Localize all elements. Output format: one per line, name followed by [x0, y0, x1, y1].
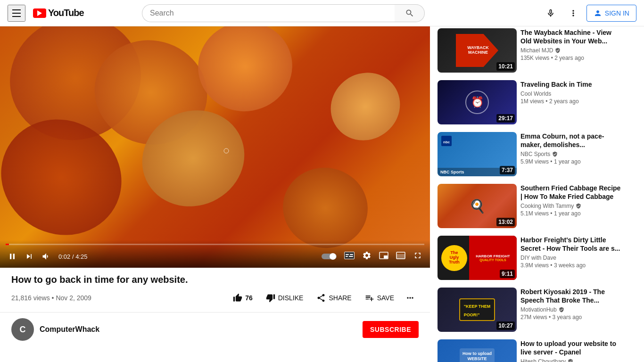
header-right: SIGN IN [541, 4, 636, 23]
list-item[interactable]: 🍳 13:02 Southern Fried Cabbage Recipe | … [436, 182, 625, 230]
channel-info: ComputerWhack [40, 325, 99, 334]
sidebar-video-info: How to upload your website to live serve… [520, 339, 623, 362]
thumbnail-container: NBC Sports nbc 7:37 [438, 132, 517, 176]
video-player[interactable]: 0:02 / 4:25 [0, 26, 430, 268]
share-button[interactable]: SHARE [311, 289, 357, 306]
sidebar-channel: Michael MJD [520, 47, 623, 54]
youtube-logo-text: YouTube [48, 8, 84, 18]
list-item[interactable]: NBC Sports nbc 7:37 Emma Coburn, not a p… [436, 130, 625, 178]
settings-icon [362, 251, 372, 260]
play-pause-button[interactable] [6, 250, 19, 263]
miniplayer-icon [379, 252, 388, 259]
volume-button[interactable] [40, 250, 53, 263]
sidebar-video-info: Traveling Back in Time Cool Worlds 1M vi… [520, 80, 623, 124]
sidebar-stats: 5.9M views • 1 year ago [520, 158, 623, 165]
sidebar-stats: 3.9M views • 3 weeks ago [520, 262, 623, 269]
header: YouTube SIGN IN [0, 0, 644, 26]
autoplay-toggle[interactable] [320, 250, 339, 263]
channel-avatar[interactable]: C [11, 318, 34, 341]
sidebar-stats: 5.1M views • 1 year ago [520, 210, 623, 217]
like-count: 76 [245, 294, 253, 302]
sidebar-stats: 27M views • 3 years ago [520, 314, 623, 321]
theater-mode-button[interactable] [394, 250, 407, 263]
next-button[interactable] [23, 250, 36, 263]
microphone-icon [546, 8, 555, 18]
search-button[interactable] [395, 4, 425, 22]
video-duration: 10:27 [496, 321, 515, 330]
search-icon [405, 8, 414, 18]
channel-row: C ComputerWhack SUBSCRIBE [0, 312, 430, 346]
video-duration: 13:02 [496, 218, 515, 226]
verified-icon [568, 359, 573, 362]
like-button[interactable]: 76 [227, 289, 258, 306]
list-item[interactable]: ⏰ 29:17 Traveling Back in Time Cool Worl… [436, 78, 625, 126]
progress-bar[interactable] [6, 244, 424, 245]
volume-icon [41, 252, 51, 261]
dislike-button[interactable]: DISLIKE [260, 289, 309, 306]
thumbnail-container: ⏰ 29:17 [438, 80, 517, 124]
video-stats: 21,816 views • Nov 2, 2009 [11, 294, 91, 302]
video-info: How to go back in time for any website. … [0, 268, 430, 312]
sidebar-video-info: Southern Fried Cabbage Recipe | How To M… [520, 184, 623, 228]
svg-rect-12 [396, 254, 405, 259]
save-button[interactable]: SAVE [359, 289, 400, 306]
search-input[interactable] [142, 4, 395, 22]
svg-point-2 [330, 253, 336, 260]
miniplayer-button[interactable] [377, 250, 390, 263]
video-title: How to go back in time for any website. [11, 273, 419, 286]
svg-rect-4 [345, 252, 354, 259]
channel-name[interactable]: ComputerWhack [40, 325, 99, 334]
microphone-button[interactable] [541, 4, 560, 23]
thumbnail: How to uploadWEBSITEON LIVESERVER [438, 339, 517, 362]
view-count: 21,816 views [11, 294, 50, 302]
captions-button[interactable] [342, 250, 356, 263]
settings-button[interactable] [360, 249, 373, 264]
video-actions: 76 DISLIKE SHARE [227, 289, 419, 306]
video-background [0, 26, 430, 268]
sidebar-title: Harbor Freight's Dirty Little Secret - H… [520, 236, 623, 253]
youtube-logo[interactable]: YouTube [33, 8, 84, 18]
dislike-label: DISLIKE [278, 294, 304, 302]
save-icon [365, 293, 374, 303]
time-display: 0:02 / 4:25 [58, 253, 87, 260]
svg-rect-7 [346, 256, 348, 257]
video-meta: 21,816 views • Nov 2, 2009 76 [11, 289, 419, 306]
sidebar-channel: MotivationHub [520, 306, 623, 313]
verified-icon [552, 151, 558, 157]
sidebar-title: Traveling Back in Time [520, 80, 623, 89]
header-left: YouTube [8, 5, 84, 22]
sidebar-stats: 1M views • 2 years ago [520, 98, 623, 105]
menu-button[interactable] [8, 5, 25, 22]
more-actions-button[interactable] [402, 289, 419, 306]
thumbs-down-icon [266, 293, 275, 303]
sidebar-title: How to upload your website to live serve… [520, 339, 623, 356]
controls-row: 0:02 / 4:25 [6, 249, 424, 264]
subscribe-button[interactable]: SUBSCRIBE [363, 321, 419, 338]
share-label: SHARE [329, 294, 351, 302]
verified-icon [555, 48, 561, 53]
video-duration: 7:37 [500, 166, 515, 174]
thumbnail-container: TheUglyTruth HARBOR FREIGHT QUALITY TOOL… [438, 236, 517, 280]
sidebar: WAYBACKMACHINE 10:21 The Wayback Machine… [430, 26, 631, 362]
list-item[interactable]: "KEEP THEMPOOR!" 10:27 Robert Kiyosaki 2… [436, 286, 625, 334]
list-item[interactable]: How to uploadWEBSITEON LIVESERVER How to… [436, 337, 625, 362]
video-section: 0:02 / 4:25 [0, 26, 430, 362]
youtube-logo-icon [33, 8, 46, 18]
more-horiz-icon [405, 293, 415, 303]
list-item[interactable]: TheUglyTruth HARBOR FREIGHT QUALITY TOOL… [436, 234, 625, 282]
captions-icon [344, 252, 355, 259]
more-options-button[interactable] [564, 4, 583, 23]
sidebar-channel: Hitesh Choudhary [520, 358, 623, 362]
sidebar-channel: NBC Sports [520, 151, 623, 157]
sidebar-stats: 135K views • 2 years ago [520, 55, 623, 61]
sidebar-channel: Cooking With Tammy [520, 203, 623, 209]
list-item[interactable]: WAYBACKMACHINE 10:21 The Wayback Machine… [436, 26, 625, 74]
progress-fill [6, 244, 9, 245]
video-duration: 10:21 [496, 62, 515, 71]
svg-rect-5 [346, 254, 349, 255]
sign-in-label: SIGN IN [605, 9, 629, 17]
fullscreen-button[interactable] [411, 249, 424, 264]
sign-in-button[interactable]: SIGN IN [586, 5, 636, 22]
thumbs-up-icon [233, 293, 242, 303]
thumbnail-container: How to uploadWEBSITEON LIVESERVER [438, 339, 517, 362]
